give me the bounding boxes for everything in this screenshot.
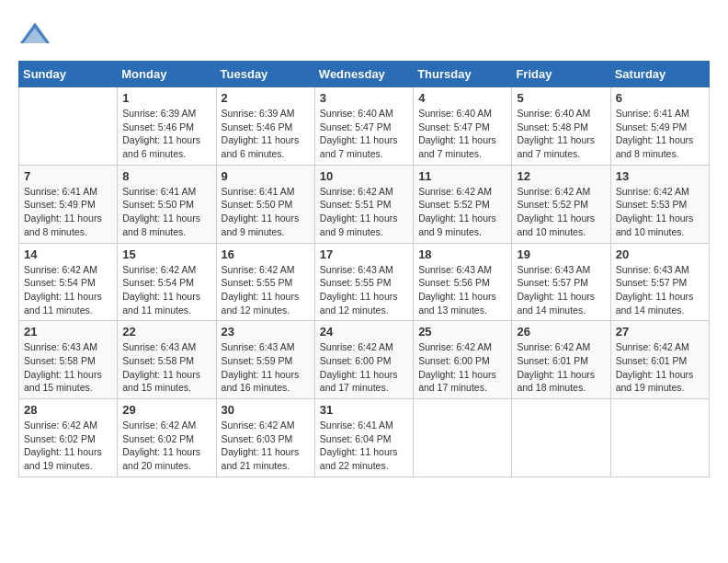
day-info: Sunrise: 6:43 AMSunset: 5:56 PMDaylight:…: [418, 263, 506, 317]
day-info: Sunrise: 6:42 AMSunset: 6:02 PMDaylight:…: [122, 419, 210, 473]
day-cell: 29Sunrise: 6:42 AMSunset: 6:02 PMDayligh…: [118, 399, 216, 477]
day-number: 28: [24, 403, 112, 417]
day-number: 9: [222, 169, 310, 183]
day-number: 23: [222, 325, 310, 339]
day-cell: 27Sunrise: 6:42 AMSunset: 6:01 PMDayligh…: [610, 321, 709, 399]
day-cell: 7Sunrise: 6:41 AMSunset: 5:49 PMDaylight…: [19, 165, 118, 243]
week-row-4: 21Sunrise: 6:43 AMSunset: 5:58 PMDayligh…: [19, 321, 710, 399]
day-cell: 13Sunrise: 6:42 AMSunset: 5:53 PMDayligh…: [610, 165, 709, 243]
day-cell: 23Sunrise: 6:43 AMSunset: 5:59 PMDayligh…: [216, 321, 314, 399]
day-number: 22: [122, 325, 210, 339]
calendar-header-row: SundayMondayTuesdayWednesdayThursdayFrid…: [19, 62, 710, 87]
day-cell: 4Sunrise: 6:40 AMSunset: 5:47 PMDaylight…: [414, 87, 512, 166]
day-number: 11: [418, 169, 506, 183]
day-number: 31: [320, 403, 408, 417]
day-cell: [414, 399, 512, 477]
col-header-monday: Monday: [118, 62, 216, 87]
day-cell: 3Sunrise: 6:40 AMSunset: 5:47 PMDaylight…: [314, 87, 413, 166]
week-row-5: 28Sunrise: 6:42 AMSunset: 6:02 PMDayligh…: [19, 399, 710, 477]
day-cell: 11Sunrise: 6:42 AMSunset: 5:52 PMDayligh…: [414, 165, 512, 243]
day-number: 16: [222, 247, 310, 261]
day-cell: [19, 87, 118, 166]
day-cell: 30Sunrise: 6:42 AMSunset: 6:03 PMDayligh…: [216, 399, 314, 477]
day-number: 2: [222, 91, 310, 105]
col-header-saturday: Saturday: [610, 62, 709, 87]
day-cell: 6Sunrise: 6:41 AMSunset: 5:49 PMDaylight…: [610, 87, 709, 166]
day-info: Sunrise: 6:42 AMSunset: 5:51 PMDaylight:…: [320, 185, 408, 239]
day-cell: 14Sunrise: 6:42 AMSunset: 5:54 PMDayligh…: [19, 243, 118, 321]
day-number: 5: [517, 91, 605, 105]
day-info: Sunrise: 6:41 AMSunset: 5:49 PMDaylight:…: [24, 185, 112, 239]
day-cell: 16Sunrise: 6:42 AMSunset: 5:55 PMDayligh…: [216, 243, 314, 321]
day-number: 18: [418, 247, 506, 261]
day-number: 12: [517, 169, 605, 183]
day-cell: 26Sunrise: 6:42 AMSunset: 6:01 PMDayligh…: [512, 321, 610, 399]
day-cell: [512, 399, 610, 477]
day-cell: 17Sunrise: 6:43 AMSunset: 5:55 PMDayligh…: [314, 243, 413, 321]
day-info: Sunrise: 6:42 AMSunset: 6:01 PMDaylight:…: [616, 340, 704, 395]
day-cell: 15Sunrise: 6:42 AMSunset: 5:54 PMDayligh…: [118, 243, 216, 321]
day-cell: 20Sunrise: 6:43 AMSunset: 5:57 PMDayligh…: [610, 243, 709, 321]
logo-icon: [18, 18, 51, 52]
col-header-thursday: Thursday: [414, 62, 512, 87]
day-info: Sunrise: 6:42 AMSunset: 5:55 PMDaylight:…: [222, 263, 310, 317]
logo: [18, 18, 55, 52]
day-number: 15: [122, 247, 210, 261]
day-number: 17: [320, 247, 408, 261]
day-number: 14: [24, 247, 112, 261]
day-info: Sunrise: 6:39 AMSunset: 5:46 PMDaylight:…: [122, 107, 210, 161]
day-number: 4: [418, 91, 506, 105]
day-cell: 12Sunrise: 6:42 AMSunset: 5:52 PMDayligh…: [512, 165, 610, 243]
day-info: Sunrise: 6:42 AMSunset: 6:00 PMDaylight:…: [418, 340, 506, 395]
day-number: 29: [122, 403, 210, 417]
day-info: Sunrise: 6:41 AMSunset: 6:04 PMDaylight:…: [320, 419, 408, 473]
day-cell: 31Sunrise: 6:41 AMSunset: 6:04 PMDayligh…: [314, 399, 413, 477]
day-number: 1: [122, 91, 210, 105]
day-cell: 5Sunrise: 6:40 AMSunset: 5:48 PMDaylight…: [512, 87, 610, 166]
day-number: 25: [418, 325, 506, 339]
day-info: Sunrise: 6:41 AMSunset: 5:50 PMDaylight:…: [122, 185, 210, 239]
day-info: Sunrise: 6:43 AMSunset: 5:58 PMDaylight:…: [122, 340, 210, 395]
day-cell: 24Sunrise: 6:42 AMSunset: 6:00 PMDayligh…: [314, 321, 413, 399]
col-header-tuesday: Tuesday: [216, 62, 314, 87]
day-info: Sunrise: 6:42 AMSunset: 5:54 PMDaylight:…: [24, 263, 112, 317]
day-cell: 19Sunrise: 6:43 AMSunset: 5:57 PMDayligh…: [512, 243, 610, 321]
day-info: Sunrise: 6:43 AMSunset: 5:57 PMDaylight:…: [517, 263, 605, 317]
day-cell: 2Sunrise: 6:39 AMSunset: 5:46 PMDaylight…: [216, 87, 314, 166]
day-info: Sunrise: 6:41 AMSunset: 5:50 PMDaylight:…: [222, 185, 310, 239]
day-number: 6: [616, 91, 704, 105]
day-number: 21: [24, 325, 112, 339]
day-cell: 28Sunrise: 6:42 AMSunset: 6:02 PMDayligh…: [19, 399, 118, 477]
day-info: Sunrise: 6:43 AMSunset: 5:58 PMDaylight:…: [24, 340, 112, 395]
day-info: Sunrise: 6:42 AMSunset: 6:02 PMDaylight:…: [24, 419, 112, 473]
day-number: 20: [616, 247, 704, 261]
day-info: Sunrise: 6:42 AMSunset: 5:52 PMDaylight:…: [517, 185, 605, 239]
day-info: Sunrise: 6:40 AMSunset: 5:48 PMDaylight:…: [517, 107, 605, 161]
day-info: Sunrise: 6:40 AMSunset: 5:47 PMDaylight:…: [418, 107, 506, 161]
day-info: Sunrise: 6:43 AMSunset: 5:55 PMDaylight:…: [320, 263, 408, 317]
day-number: 3: [320, 91, 408, 105]
col-header-sunday: Sunday: [19, 62, 118, 87]
day-info: Sunrise: 6:42 AMSunset: 5:52 PMDaylight:…: [418, 185, 506, 239]
day-number: 30: [222, 403, 310, 417]
day-cell: 10Sunrise: 6:42 AMSunset: 5:51 PMDayligh…: [314, 165, 413, 243]
day-info: Sunrise: 6:42 AMSunset: 5:53 PMDaylight:…: [616, 185, 704, 239]
day-number: 27: [616, 325, 704, 339]
day-cell: 9Sunrise: 6:41 AMSunset: 5:50 PMDaylight…: [216, 165, 314, 243]
day-info: Sunrise: 6:42 AMSunset: 6:03 PMDaylight:…: [222, 419, 310, 473]
day-number: 26: [517, 325, 605, 339]
day-number: 10: [320, 169, 408, 183]
col-header-friday: Friday: [512, 62, 610, 87]
day-cell: 25Sunrise: 6:42 AMSunset: 6:00 PMDayligh…: [414, 321, 512, 399]
day-info: Sunrise: 6:39 AMSunset: 5:46 PMDaylight:…: [222, 107, 310, 161]
day-info: Sunrise: 6:43 AMSunset: 5:59 PMDaylight:…: [222, 340, 310, 395]
day-number: 13: [616, 169, 704, 183]
week-row-2: 7Sunrise: 6:41 AMSunset: 5:49 PMDaylight…: [19, 165, 710, 243]
day-info: Sunrise: 6:42 AMSunset: 6:01 PMDaylight:…: [517, 340, 605, 395]
day-number: 7: [24, 169, 112, 183]
day-cell: [610, 399, 709, 477]
day-number: 8: [122, 169, 210, 183]
day-cell: 1Sunrise: 6:39 AMSunset: 5:46 PMDaylight…: [118, 87, 216, 166]
day-info: Sunrise: 6:42 AMSunset: 5:54 PMDaylight:…: [122, 263, 210, 317]
day-cell: 8Sunrise: 6:41 AMSunset: 5:50 PMDaylight…: [118, 165, 216, 243]
